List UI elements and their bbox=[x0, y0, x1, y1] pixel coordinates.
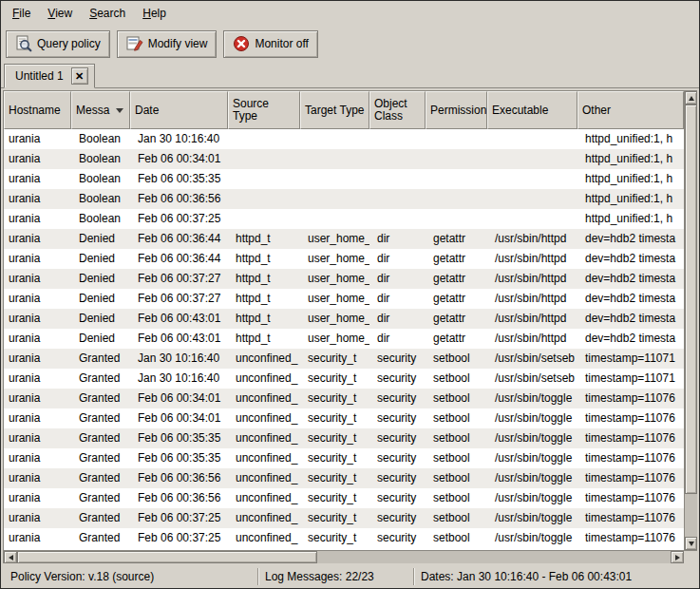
column-header-object-class[interactable]: Object Class bbox=[369, 91, 426, 129]
cell-executable bbox=[487, 169, 577, 189]
menu-help[interactable]: Help bbox=[134, 3, 175, 24]
modify-view-button[interactable]: Modify view bbox=[117, 30, 218, 58]
cell-other: timestamp=11076 bbox=[577, 468, 684, 488]
cell-message: Granted bbox=[71, 528, 130, 548]
column-header-executable[interactable]: Executable bbox=[487, 91, 577, 129]
scroll-up-button[interactable] bbox=[685, 91, 697, 104]
cell-permission: setbool bbox=[426, 389, 487, 408]
monitor-off-icon bbox=[233, 35, 250, 52]
cell-source_type: unconfined_ bbox=[228, 528, 300, 548]
column-header-message[interactable]: Messa bbox=[71, 91, 130, 129]
cell-hostname: urania bbox=[4, 289, 71, 309]
cell-date: Feb 06 00:37:25 bbox=[130, 209, 228, 229]
table-row[interactable]: uraniaDeniedFeb 06 00:36:44httpd_tuser_h… bbox=[4, 229, 684, 249]
status-policy-version: Policy Version: v.18 (source) bbox=[5, 568, 257, 585]
cell-source_type bbox=[228, 149, 300, 169]
cell-hostname: urania bbox=[4, 129, 71, 149]
table-row[interactable]: uraniaDeniedFeb 06 00:43:01httpd_tuser_h… bbox=[4, 309, 684, 329]
table-row[interactable]: uraniaGrantedFeb 06 00:34:01unconfined_s… bbox=[4, 389, 684, 408]
cell-other: timestamp=11076 bbox=[577, 528, 684, 548]
table-row[interactable]: uraniaGrantedFeb 06 00:37:25unconfined_s… bbox=[4, 508, 684, 528]
horizontal-scroll-thumb[interactable] bbox=[17, 551, 317, 563]
query-policy-icon bbox=[15, 35, 32, 52]
table-row[interactable]: uraniaDeniedFeb 06 00:43:01httpd_tuser_h… bbox=[4, 329, 684, 349]
cell-other: httpd_unified:1, h bbox=[577, 129, 684, 149]
vertical-scroll-thumb[interactable] bbox=[685, 104, 697, 494]
table-row[interactable]: uraniaGrantedJan 30 10:16:40unconfined_s… bbox=[4, 349, 684, 369]
cell-target_type: user_home_ bbox=[300, 309, 369, 329]
cell-date: Feb 06 00:35:35 bbox=[130, 169, 228, 189]
cell-other: dev=hdb2 timesta bbox=[577, 269, 684, 289]
table-row[interactable]: uraniaGrantedFeb 06 00:35:35unconfined_s… bbox=[4, 448, 684, 468]
cell-target_type: security_t bbox=[300, 428, 369, 448]
menu-view[interactable]: View bbox=[39, 3, 81, 24]
tab-untitled-1[interactable]: Untitled 1 ✕ bbox=[4, 64, 95, 88]
scroll-left-button[interactable] bbox=[4, 551, 17, 563]
table-row[interactable]: uraniaDeniedFeb 06 00:36:44httpd_tuser_h… bbox=[4, 249, 684, 269]
arrow-down-icon bbox=[689, 542, 694, 546]
tab-close-button[interactable]: ✕ bbox=[71, 67, 88, 85]
menu-file[interactable]: File bbox=[4, 3, 39, 24]
cell-permission: getattr bbox=[426, 289, 487, 309]
cell-hostname: urania bbox=[4, 468, 71, 488]
cell-date: Feb 06 00:37:25 bbox=[130, 508, 228, 528]
cell-hostname: urania bbox=[4, 349, 71, 369]
column-header-other[interactable]: Other bbox=[577, 91, 684, 129]
table-row[interactable]: uraniaBooleanFeb 06 00:34:01httpd_unifie… bbox=[4, 149, 684, 169]
column-header-target-type[interactable]: Target Type bbox=[300, 91, 369, 129]
table-row[interactable]: uraniaGrantedFeb 06 00:36:56unconfined_s… bbox=[4, 468, 684, 488]
cell-other: httpd_unified:1, h bbox=[577, 169, 684, 189]
cell-source_type: httpd_t bbox=[228, 269, 300, 289]
cell-source_type: unconfined_ bbox=[228, 349, 300, 369]
cell-object_class: security bbox=[369, 508, 426, 528]
table-row[interactable]: uraniaBooleanFeb 06 00:37:25httpd_unifie… bbox=[4, 209, 684, 229]
cell-date: Jan 30 10:16:40 bbox=[130, 129, 228, 149]
cell-other: dev=hdb2 timesta bbox=[577, 309, 684, 329]
cell-target_type bbox=[300, 129, 369, 149]
cell-message: Granted bbox=[71, 468, 130, 488]
vertical-scrollbar[interactable] bbox=[684, 91, 697, 550]
cell-permission: setbool bbox=[426, 408, 487, 428]
table-row[interactable]: uraniaGrantedFeb 06 00:35:35unconfined_s… bbox=[4, 428, 684, 448]
cell-permission: getattr bbox=[426, 269, 487, 289]
scroll-right-button[interactable] bbox=[671, 551, 684, 563]
table-row[interactable]: uraniaDeniedFeb 06 00:37:27httpd_tuser_h… bbox=[4, 289, 684, 309]
column-header-source-type[interactable]: Source Type bbox=[228, 91, 300, 129]
query-policy-button[interactable]: Query policy bbox=[6, 30, 110, 58]
table-row[interactable]: uraniaBooleanFeb 06 00:35:35httpd_unifie… bbox=[4, 169, 684, 189]
cell-target_type: security_t bbox=[300, 508, 369, 528]
cell-target_type: user_home_ bbox=[300, 289, 369, 309]
cell-source_type bbox=[228, 169, 300, 189]
column-header-permission[interactable]: Permission bbox=[426, 91, 487, 129]
cell-permission: setbool bbox=[426, 508, 487, 528]
column-header-hostname[interactable]: Hostname bbox=[4, 91, 71, 129]
cell-other: dev=hdb2 timesta bbox=[577, 289, 684, 309]
table-row[interactable]: uraniaGrantedJan 30 10:16:40unconfined_s… bbox=[4, 369, 684, 389]
table-row[interactable]: uraniaBooleanJan 30 10:16:40httpd_unifie… bbox=[4, 129, 684, 149]
cell-object_class bbox=[369, 209, 426, 229]
vertical-scroll-track[interactable] bbox=[685, 104, 697, 537]
cell-message: Granted bbox=[71, 488, 130, 508]
cell-target_type: security_t bbox=[300, 448, 369, 468]
table-row[interactable]: uraniaGrantedFeb 06 00:36:56unconfined_s… bbox=[4, 488, 684, 508]
column-header-date[interactable]: Date bbox=[130, 91, 228, 129]
table-row[interactable]: uraniaDeniedFeb 06 00:37:27httpd_tuser_h… bbox=[4, 269, 684, 289]
modify-view-label: Modify view bbox=[148, 37, 208, 50]
cell-target_type: security_t bbox=[300, 528, 369, 548]
cell-executable: /usr/sbin/httpd bbox=[487, 229, 577, 249]
cell-hostname: urania bbox=[4, 309, 71, 329]
horizontal-scrollbar[interactable] bbox=[4, 550, 684, 563]
menu-search[interactable]: Search bbox=[81, 3, 134, 24]
cell-object_class: security bbox=[369, 448, 426, 468]
monitor-off-button[interactable]: Monitor off bbox=[223, 30, 317, 58]
cell-target_type: user_home_ bbox=[300, 229, 369, 249]
cell-executable: /usr/sbin/httpd bbox=[487, 309, 577, 329]
table-row[interactable]: uraniaBooleanFeb 06 00:36:56httpd_unifie… bbox=[4, 189, 684, 209]
horizontal-scroll-track[interactable] bbox=[17, 551, 671, 563]
table-row[interactable]: uraniaGrantedFeb 06 00:34:01unconfined_s… bbox=[4, 408, 684, 428]
table-row[interactable]: uraniaGrantedFeb 06 00:37:25unconfined_s… bbox=[4, 528, 684, 548]
close-icon: ✕ bbox=[75, 71, 84, 82]
scroll-down-button[interactable] bbox=[685, 537, 697, 550]
scrollbar-corner bbox=[684, 550, 697, 563]
cell-object_class: dir bbox=[369, 329, 426, 349]
